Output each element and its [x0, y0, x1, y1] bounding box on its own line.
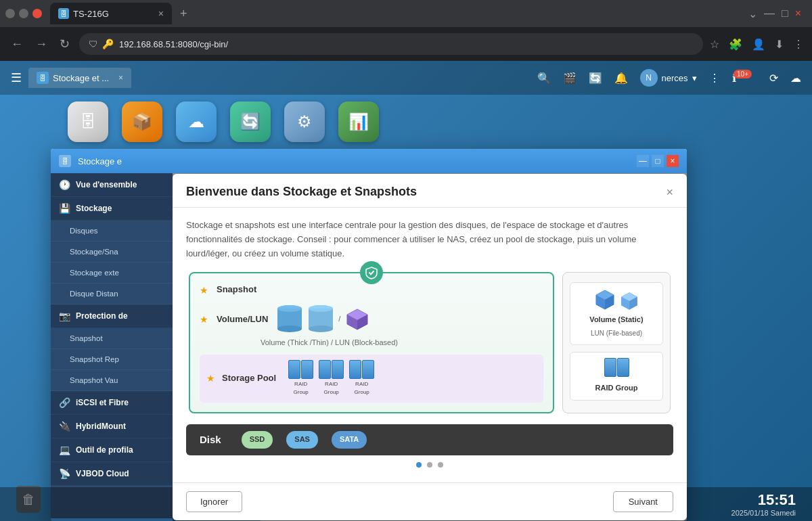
- settings-icon[interactable]: ⋮: [793, 38, 804, 51]
- chrome-close-icon[interactable]: ×: [795, 7, 801, 20]
- storage-icon: 💾: [59, 203, 70, 214]
- sidebar-item-disque-dist[interactable]: Disque Distan: [51, 284, 173, 304]
- sidebar-item-disques[interactable]: Disques: [51, 221, 173, 242]
- next-button[interactable]: Suivant: [613, 491, 673, 512]
- qts-user-button[interactable]: N nerces ▾: [640, 69, 697, 87]
- sidebar-snapshot-rep-label: Snapshot Rep: [70, 355, 119, 363]
- sidebar-item-snapshot-rep[interactable]: Snapshot Rep: [51, 349, 173, 370]
- qts-sync-icon[interactable]: 🔄: [589, 72, 602, 85]
- tab-favicon: 🗄: [58, 8, 69, 19]
- raid-disk-1a: [288, 360, 300, 379]
- dot-3[interactable]: [438, 462, 443, 468]
- dot-2[interactable]: [427, 462, 432, 468]
- qts-app-tab[interactable]: 🗄 Stockage et ... ×: [28, 68, 131, 88]
- qts-more-icon[interactable]: ⋮: [709, 72, 720, 85]
- sidebar-item-vjbod[interactable]: 📡 VJBOD Cloud: [51, 462, 173, 486]
- sata-disk-wrap: SATA: [332, 431, 367, 449]
- qts-refresh-icon[interactable]: ⟳: [769, 72, 778, 85]
- qts-bell-icon[interactable]: 🔔: [614, 72, 628, 85]
- sidebar-item-stockage-sna[interactable]: Stockage/Sna: [51, 242, 173, 263]
- modal-body: Stockage et snapshots est une interface …: [173, 208, 687, 482]
- sidebar-iscsi-label: iSCSI et Fibre: [76, 398, 129, 407]
- raid-disk-2b: [332, 360, 344, 379]
- win-minimize-button[interactable]: —: [637, 155, 649, 167]
- volume-star: ★: [200, 312, 208, 327]
- qts-search-icon[interactable]: 🔍: [537, 72, 551, 85]
- snapshot-star: ★: [200, 283, 208, 298]
- qts-desktop: ☰ 🗄 Stockage et ... × 🔍 🎬 🔄 🔔 N nerces ▾…: [0, 61, 812, 521]
- maximize-icon[interactable]: □: [19, 9, 28, 18]
- sidebar-item-iscsi[interactable]: 🔗 iSCSI et Fibre: [51, 391, 173, 415]
- forward-button[interactable]: →: [32, 35, 50, 54]
- chrome-minimize-icon[interactable]: —: [764, 7, 775, 20]
- raid-disk-stack-2: [319, 360, 344, 379]
- chrome-expand-icon[interactable]: ⌄: [748, 7, 757, 20]
- sidebar-item-storage[interactable]: 💾 Stockage: [51, 197, 173, 221]
- storage-content: 🕐 Vue d'ensemble 💾 Stockage Disques Stoc…: [51, 173, 687, 521]
- sidebar-item-snapshot[interactable]: Snapshot: [51, 328, 173, 349]
- new-tab-button[interactable]: +: [175, 7, 193, 21]
- disk-label: Disk: [200, 432, 221, 448]
- raid-group-label-1: RAIDGroup: [294, 380, 309, 398]
- sidebar-disque-dist-label: Disque Distan: [70, 290, 118, 298]
- app-icon-5[interactable]: ⚙: [284, 101, 325, 142]
- qts-update-icon-wrap: ℹ 10+: [732, 72, 757, 85]
- win-close-button[interactable]: ×: [667, 155, 679, 167]
- app-icon-6[interactable]: 📊: [338, 101, 379, 142]
- back-button[interactable]: ←: [8, 35, 26, 54]
- right-panel-raid: RAID Group: [570, 352, 663, 401]
- extensions-icon[interactable]: 🧩: [729, 38, 742, 51]
- disk-type-icons: SSD SAS SATA: [242, 431, 367, 449]
- right-raid-disk-b: [617, 358, 629, 377]
- app-icon-4[interactable]: 🔄: [230, 101, 271, 142]
- chrome-maximize-icon[interactable]: □: [782, 7, 788, 20]
- close-window-icon[interactable]: ×: [32, 9, 42, 18]
- sidebar-outil-label: Outil de profila: [76, 445, 133, 455]
- address-bar[interactable]: 🛡 🔑 192.168.68.51:8080/cgi-bin/: [79, 33, 703, 55]
- sata-label: SATA: [332, 431, 367, 449]
- app-icon-1[interactable]: 🗄: [68, 101, 108, 142]
- qts-avatar: N: [640, 69, 658, 87]
- browser-right-icons: ☆ 🧩 👤 ⬇ ⋮: [710, 38, 804, 51]
- vjbod-icon: 📡: [59, 468, 70, 479]
- ignore-button[interactable]: Ignorer: [186, 491, 242, 512]
- ssd-label: SSD: [242, 431, 273, 449]
- modal-close-button[interactable]: ×: [666, 186, 673, 198]
- reload-button[interactable]: ↻: [57, 34, 72, 54]
- dot-1[interactable]: [416, 462, 422, 468]
- right-raid-group-label: RAID Group: [595, 382, 638, 394]
- outil-icon: 💻: [59, 445, 70, 455]
- minimize-icon[interactable]: —: [5, 9, 15, 18]
- qts-tab-close[interactable]: ×: [118, 73, 123, 83]
- sidebar-item-outil[interactable]: 💻 Outil de profila: [51, 438, 173, 462]
- raid-group-label-3: RAIDGroup: [355, 380, 369, 398]
- tab-close-button[interactable]: ×: [158, 8, 164, 19]
- download-icon[interactable]: ⬇: [775, 38, 784, 51]
- sidebar-item-protection[interactable]: 📷 Protection de: [51, 304, 173, 328]
- account-icon[interactable]: 👤: [752, 38, 765, 51]
- sidebar-hybridmount-label: HybridMount: [76, 422, 126, 431]
- qts-cloud-icon[interactable]: ☁: [790, 72, 801, 85]
- qts-media-icon[interactable]: 🎬: [563, 72, 577, 85]
- app-icon-2[interactable]: 📦: [122, 101, 162, 142]
- sidebar-item-stockage-ext[interactable]: Stockage exte: [51, 263, 173, 284]
- bookmark-star-icon[interactable]: ☆: [710, 38, 719, 51]
- sidebar-protection-label: Protection de: [76, 311, 128, 321]
- win-maximize-button[interactable]: □: [652, 155, 664, 167]
- qts-app-tab-icon: 🗄: [37, 72, 49, 84]
- snapshot-label: Snapshot: [217, 283, 256, 297]
- sidebar-item-hybridmount[interactable]: 🔌 HybridMount: [51, 415, 173, 438]
- modal-footer: Ignorer Suivant: [173, 482, 687, 520]
- qts-user-dropdown-icon: ▾: [692, 73, 697, 83]
- sidebar-item-overview[interactable]: 🕐 Vue d'ensemble: [51, 173, 173, 197]
- svg-point-6: [309, 325, 333, 332]
- sidebar-vjbod-label: VJBOD Cloud: [76, 469, 129, 478]
- active-tab[interactable]: 🗄 TS-216G ×: [50, 3, 172, 24]
- volume-desc-text: Volume (Thick /Thin) / LUN (Block-based): [261, 337, 543, 349]
- right-panel-volume-icons: [593, 288, 639, 311]
- qts-time: 15:51: [731, 491, 796, 509]
- sidebar-item-snapshot-vau[interactable]: Snapshot Vau: [51, 370, 173, 391]
- shield-recommend-icon: [360, 261, 383, 284]
- qts-menu-button[interactable]: ☰: [11, 70, 22, 85]
- app-icon-3[interactable]: ☁: [176, 101, 217, 142]
